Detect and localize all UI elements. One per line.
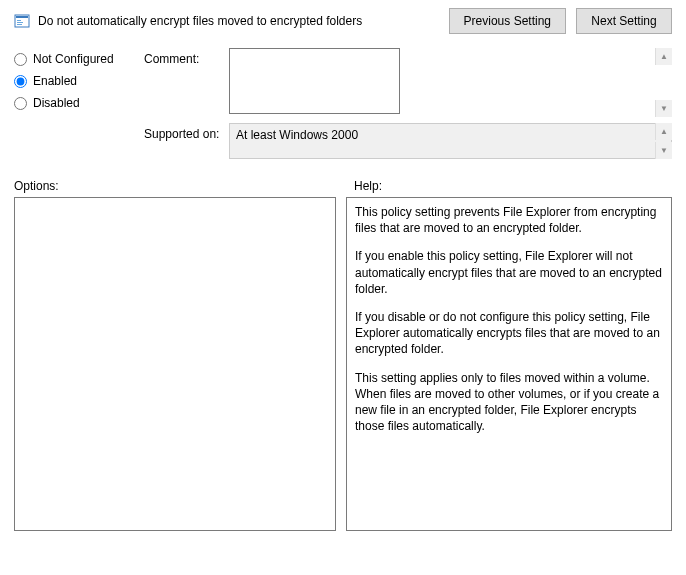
- supported-on-label: Supported on:: [144, 123, 229, 141]
- options-section-label: Options:: [14, 179, 354, 193]
- policy-icon: [14, 13, 30, 29]
- previous-setting-button[interactable]: Previous Setting: [449, 8, 566, 34]
- radio-not-configured-input[interactable]: [14, 53, 27, 66]
- supported-scrollbar: ▲ ▼: [655, 123, 672, 159]
- help-paragraph: If you disable or do not configure this …: [355, 309, 663, 358]
- svg-rect-2: [17, 20, 21, 21]
- supported-on-value: At least Windows 2000: [229, 123, 672, 159]
- radio-disabled-label: Disabled: [33, 96, 80, 110]
- help-pane: This policy setting prevents File Explor…: [346, 197, 672, 531]
- radio-disabled[interactable]: Disabled: [14, 96, 134, 110]
- next-setting-button[interactable]: Next Setting: [576, 8, 672, 34]
- scroll-up-icon[interactable]: ▲: [655, 48, 672, 65]
- help-paragraph: If you enable this policy setting, File …: [355, 248, 663, 297]
- comment-textarea[interactable]: [229, 48, 400, 114]
- svg-rect-4: [17, 24, 22, 25]
- scroll-up-icon[interactable]: ▲: [655, 123, 672, 140]
- options-pane: [14, 197, 336, 531]
- help-paragraph: This setting applies only to files moved…: [355, 370, 663, 435]
- svg-rect-1: [16, 16, 28, 18]
- scroll-down-icon[interactable]: ▼: [655, 100, 672, 117]
- state-radio-group: Not Configured Enabled Disabled: [14, 48, 134, 118]
- comment-scrollbar: ▲ ▼: [655, 48, 672, 117]
- radio-enabled-input[interactable]: [14, 75, 27, 88]
- radio-enabled-label: Enabled: [33, 74, 77, 88]
- radio-disabled-input[interactable]: [14, 97, 27, 110]
- header-row: Do not automatically encrypt files moved…: [14, 8, 672, 34]
- radio-not-configured[interactable]: Not Configured: [14, 52, 134, 66]
- nav-buttons: Previous Setting Next Setting: [449, 8, 672, 34]
- help-paragraph: This policy setting prevents File Explor…: [355, 204, 663, 236]
- svg-rect-3: [17, 22, 23, 23]
- policy-title: Do not automatically encrypt files moved…: [38, 14, 441, 28]
- scroll-down-icon[interactable]: ▼: [655, 142, 672, 159]
- radio-not-configured-label: Not Configured: [33, 52, 114, 66]
- help-section-label: Help:: [354, 179, 672, 193]
- radio-enabled[interactable]: Enabled: [14, 74, 134, 88]
- comment-label: Comment:: [144, 48, 229, 66]
